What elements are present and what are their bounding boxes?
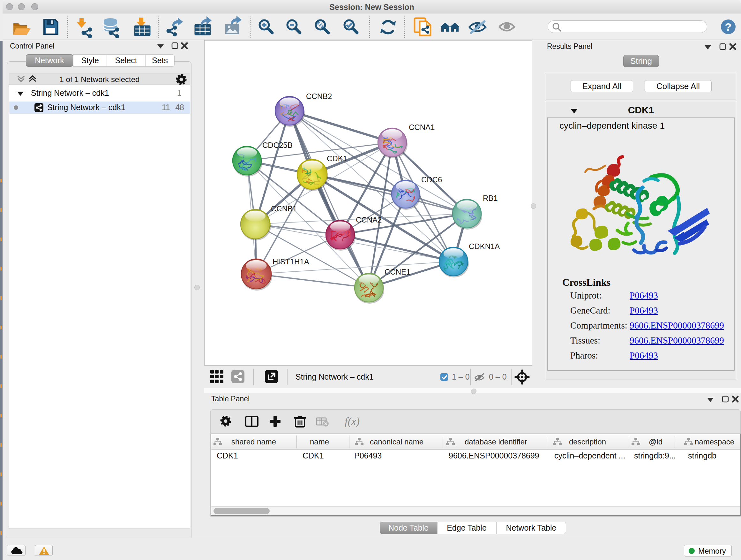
- svg-text:?: ?: [725, 21, 732, 33]
- svg-text:f(x): f(x): [345, 415, 360, 428]
- svg-text:CDKN1A: CDKN1A: [469, 242, 500, 251]
- svg-text:CDC25B: CDC25B: [262, 141, 293, 149]
- svg-text:CCNB2: CCNB2: [306, 92, 332, 101]
- svg-text:CDC6: CDC6: [421, 175, 442, 184]
- svg-text:CCNA1: CCNA1: [409, 123, 434, 132]
- svg-text:HIST1H1A: HIST1H1A: [273, 257, 309, 266]
- svg-text:CDK1: CDK1: [327, 154, 347, 163]
- svg-text:1 – 0: 1 – 0: [452, 372, 470, 381]
- svg-text:CCNB1: CCNB1: [271, 204, 297, 213]
- svg-text:CCNE1: CCNE1: [385, 267, 410, 276]
- svg-text:String Network – cdk1: String Network – cdk1: [295, 372, 374, 381]
- svg-text:0 – 0: 0 – 0: [489, 372, 507, 381]
- svg-text:RB1: RB1: [483, 194, 498, 202]
- svg-text:CCNA2: CCNA2: [356, 215, 382, 224]
